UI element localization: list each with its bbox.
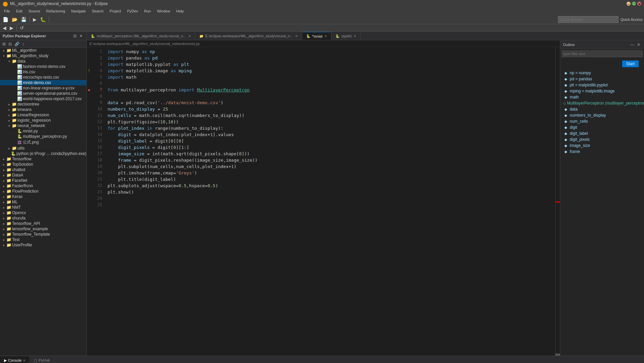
pe-item[interactable]: 📊microchips-tests.csv <box>0 75 86 80</box>
outline-item[interactable]: ◆digit <box>560 124 644 130</box>
pe-tool-1[interactable]: ⊞ <box>1 42 7 46</box>
pe-item[interactable]: ▸📁FasterRcnn <box>0 183 86 189</box>
pe-item[interactable]: ▸📁Tensorflow_Template <box>0 232 86 237</box>
outline-item[interactable]: ◆mping = matplotlib.image <box>560 88 644 94</box>
open-button[interactable]: 📂 <box>10 16 19 23</box>
maximize-button[interactable]: □ <box>632 2 636 6</box>
menu-item-file[interactable]: File <box>1 8 13 14</box>
tab-close-1[interactable]: ✕ <box>188 34 191 38</box>
minimize-button[interactable]: ─ <box>627 2 631 6</box>
folder-icon: 📁 <box>6 221 11 226</box>
pe-item[interactable]: ▸📁shurufa <box>0 215 86 221</box>
outline-item[interactable]: ◆plt = matplotlib.pyplot <box>560 82 644 88</box>
pe-item[interactable]: ▸📁chatbot <box>0 167 86 172</box>
menu-item-edit[interactable]: Edit <box>13 8 25 14</box>
menu-item-navigate[interactable]: Navigate <box>69 8 88 14</box>
pe-item[interactable]: 🖼公式.png <box>0 139 86 146</box>
pe-item[interactable]: ▸📁NMT <box>0 205 86 210</box>
back-button[interactable]: ◀ <box>1 25 8 31</box>
outline-close[interactable]: ✕ <box>636 42 641 47</box>
menu-item-window[interactable]: Window <box>154 8 173 14</box>
outline-filter-input[interactable] <box>562 50 643 57</box>
forward-button[interactable]: ▶ <box>8 25 15 31</box>
pe-item[interactable]: ▸📁DataA <box>0 172 86 178</box>
pe-item[interactable]: 📊non-linear-regression-x-y.csv <box>0 85 86 91</box>
tree-arrow-icon: ▸ <box>1 195 6 199</box>
menu-item-refactoring[interactable]: Refactoring <box>44 8 68 14</box>
right-scroll[interactable] <box>555 47 560 356</box>
tab-multilayer[interactable]: 🐍 multilayer_perceptron (ML_algorithm_st… <box>87 32 195 40</box>
run-button[interactable]: ▶ <box>32 16 38 23</box>
quick-access-input[interactable] <box>558 16 618 23</box>
pe-item[interactable]: 🐍multilayer_perceptron.py <box>0 134 86 139</box>
outline-item[interactable]: ◆image_size <box>560 143 644 149</box>
pe-item[interactable]: 📊fashion-mnist-demo.csv <box>0 64 86 69</box>
pe-collapse-button[interactable]: ⊟ <box>72 34 78 38</box>
pe-item[interactable]: ▸📁UserProfile <box>0 242 86 248</box>
code-content[interactable]: import numpy as npimport pandas as pdimp… <box>105 47 555 356</box>
close-button[interactable]: ✕ <box>637 2 641 6</box>
pe-item[interactable]: ▸📁Opencv <box>0 210 86 215</box>
pe-item[interactable]: 📊mnist-demo.csv <box>0 80 86 85</box>
outline-item[interactable]: ◆digit_label <box>560 130 644 136</box>
pe-item[interactable]: ▸📁Keras <box>0 194 86 199</box>
outline-item[interactable]: ◆pd = pandas <box>560 76 644 82</box>
pe-tool-3[interactable]: 🔗 <box>13 42 21 46</box>
pe-item[interactable]: ▸📁TopSolution <box>0 162 86 167</box>
tab-pyplot[interactable]: 🐍 pyplot ✕ <box>331 32 360 40</box>
pe-item[interactable]: ▾📁data <box>0 58 86 64</box>
pe-item[interactable]: ▸📁Tensorflow <box>0 156 86 162</box>
bottom-tab-console[interactable]: ▶ Console ✕ <box>0 356 30 363</box>
bottom-tab-pyunit[interactable]: ⬡ PyUnit <box>30 356 54 363</box>
menu-item-search[interactable]: Search <box>89 8 106 14</box>
pe-item[interactable]: ▸📁kmeans <box>0 107 86 112</box>
tab-mnist[interactable]: 🐍 *mnist ✕ <box>302 32 332 40</box>
menu-item-source[interactable]: Source <box>26 8 43 14</box>
start-button[interactable]: Start <box>622 61 639 67</box>
menu-item-project[interactable]: Project <box>107 8 124 14</box>
pe-tool-2[interactable]: ⊟ <box>7 42 13 46</box>
new-button[interactable]: 📄 <box>1 16 10 23</box>
pe-item[interactable]: ▾📁ML_algorithm_study <box>0 53 86 58</box>
pe-item[interactable]: 🐍mnist.py <box>0 128 86 134</box>
menu-item-help[interactable]: Help <box>173 8 187 14</box>
pe-item[interactable]: ▸📁Tensorflow_API <box>0 221 86 226</box>
pe-tool-4[interactable]: ↕ <box>21 42 25 46</box>
debug-button[interactable]: 🐛 <box>39 16 47 23</box>
pe-item[interactable]: ▸📁ML <box>0 199 86 205</box>
pe-item[interactable]: ▸📁logistic_regression <box>0 118 86 123</box>
pe-item[interactable]: ▸📁LinearRegression <box>0 112 86 118</box>
outline-minimize[interactable]: — <box>629 42 635 47</box>
pe-item[interactable]: ▸📁ML_algorithm <box>0 48 86 53</box>
outline-item[interactable]: ◆math <box>560 94 644 100</box>
outline-item[interactable]: ◆np = numpy <box>560 70 644 76</box>
pe-item[interactable]: ▾📁neural_network <box>0 123 86 128</box>
outline-item[interactable]: ◆data <box>560 106 644 112</box>
pe-item[interactable]: 📊server-operational-params.csv <box>0 91 86 96</box>
outline-item[interactable]: ◆frame <box>560 149 644 155</box>
pe-item[interactable]: ▸📁FlowPrediction <box>0 189 86 194</box>
outline-item[interactable]: ◇MultilayerPerceptron (multilayer_percep… <box>560 100 644 106</box>
menu-item-pydev[interactable]: PyDev <box>124 8 140 14</box>
tab-close-4[interactable]: ✕ <box>354 34 356 38</box>
outline-item[interactable]: ◆numbers_to_display <box>560 112 644 118</box>
tab-close-3[interactable]: ✕ <box>324 34 327 38</box>
pe-item[interactable]: ▸📁Test <box>0 237 86 242</box>
pe-item[interactable]: ▸📁FaceNet <box>0 178 86 183</box>
menu-item-run[interactable]: Run <box>142 8 154 14</box>
pe-item[interactable]: ▸📁utils <box>0 146 86 151</box>
code-editor[interactable]: E:\eclipse-workspace\ML_algorithm_study\… <box>87 40 560 356</box>
tab-close-2[interactable]: ✕ <box>295 34 298 38</box>
pe-close-button[interactable]: ✕ <box>78 34 84 38</box>
pe-item[interactable]: 📊world-happiness-report-2017.csv <box>0 96 86 102</box>
save-button[interactable]: 💾 <box>19 16 28 23</box>
tab-path[interactable]: 📁 E:\eclipse-workspace\ML_algorithm_stud… <box>195 32 302 40</box>
outline-item[interactable]: ◆digit_pixels <box>560 136 644 143</box>
pe-item[interactable]: 📊iris.csv <box>0 69 86 75</box>
pe-item[interactable]: ▸📁decisiontree <box>0 102 86 107</box>
pe-item[interactable]: 🐍python (e:\Progr ... conda3\python.exe) <box>0 151 86 156</box>
console-tab-close[interactable]: ✕ <box>23 359 26 362</box>
refresh-button[interactable]: ↺ <box>18 25 25 31</box>
pe-item[interactable]: ▸📁tensorflow_example <box>0 226 86 232</box>
outline-item[interactable]: ◆num_cells <box>560 118 644 124</box>
